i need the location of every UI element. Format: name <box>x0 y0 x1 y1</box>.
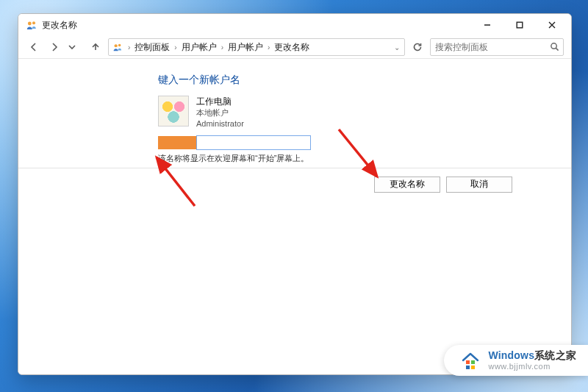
chevron-right-icon: › <box>266 43 271 51</box>
desktop-wallpaper: 更改名称 <box>0 0 588 392</box>
maximize-button[interactable] <box>503 15 536 35</box>
close-button[interactable] <box>536 15 568 35</box>
watermark-badge: Windows系统之家 www.bjjmlv.com <box>444 345 588 376</box>
refresh-button[interactable] <box>409 39 426 55</box>
breadcrumb-item[interactable]: 控制面板 <box>135 41 170 54</box>
chevron-right-icon: › <box>220 43 225 51</box>
svg-point-0 <box>28 22 32 26</box>
account-avatar <box>158 96 189 126</box>
new-account-name-input[interactable] <box>196 135 311 150</box>
forward-button[interactable] <box>46 39 62 55</box>
svg-rect-10 <box>466 366 470 369</box>
svg-rect-8 <box>466 360 470 364</box>
content-area: 键入一个新帐户名 工作电脑 本地帐户 Administrator 该名称将显示在… <box>18 59 571 375</box>
svg-rect-11 <box>471 366 475 369</box>
svg-point-5 <box>551 43 556 49</box>
up-button[interactable] <box>87 39 104 55</box>
control-panel-window: 更改名称 <box>18 13 572 375</box>
page-heading: 键入一个新帐户名 <box>158 74 527 87</box>
svg-line-6 <box>157 157 195 206</box>
watermark-url: www.bjjmlv.com <box>488 362 576 371</box>
change-name-button[interactable]: 更改名称 <box>374 177 440 193</box>
account-role: Administrator <box>196 118 244 129</box>
svg-rect-2 <box>517 22 523 28</box>
back-button[interactable] <box>26 39 42 55</box>
breadcrumb-item[interactable]: 用户帐户 <box>182 41 217 54</box>
search-box[interactable] <box>430 38 564 56</box>
account-display-name: 工作电脑 <box>196 96 244 107</box>
account-type: 本地帐户 <box>196 107 244 118</box>
svg-rect-9 <box>471 360 475 364</box>
breadcrumb-item[interactable]: 用户帐户 <box>228 41 263 54</box>
house-windows-icon <box>460 350 481 371</box>
chevron-right-icon: › <box>173 43 178 51</box>
titlebar: 更改名称 <box>18 14 571 36</box>
navigation-bar: › 控制面板 › 用户帐户 › 用户帐户 › 更改名称 ⌄ <box>18 36 571 59</box>
recent-locations-button[interactable] <box>67 39 77 55</box>
search-input[interactable] <box>434 41 547 53</box>
hint-text: 该名称将显示在欢迎屏幕和“开始”屏幕上。 <box>158 153 527 164</box>
svg-point-3 <box>115 44 118 47</box>
user-accounts-icon <box>26 19 37 31</box>
chevron-down-icon[interactable]: ⌄ <box>394 43 401 51</box>
svg-point-1 <box>32 21 35 24</box>
window-title: 更改名称 <box>42 19 77 32</box>
chevron-right-icon: › <box>126 43 132 51</box>
breadcrumb-item[interactable]: 更改名称 <box>274 41 309 54</box>
section-divider <box>18 168 571 168</box>
svg-point-4 <box>118 44 121 47</box>
minimize-button[interactable] <box>471 15 503 35</box>
search-icon <box>550 42 560 52</box>
breadcrumb[interactable]: › 控制面板 › 用户帐户 › 用户帐户 › 更改名称 ⌄ <box>108 38 405 56</box>
cancel-button[interactable]: 取消 <box>446 177 512 193</box>
redacted-name-segment <box>158 136 196 149</box>
user-accounts-icon <box>112 41 123 53</box>
watermark-brand: Windows系统之家 <box>488 350 576 361</box>
